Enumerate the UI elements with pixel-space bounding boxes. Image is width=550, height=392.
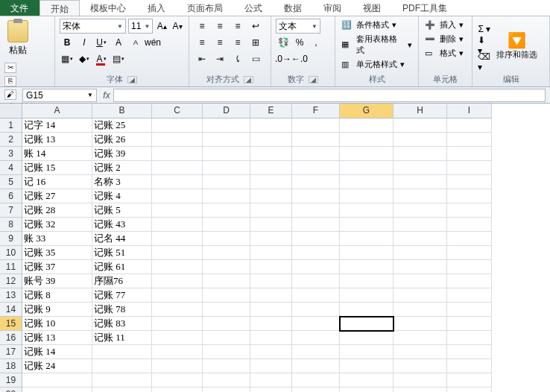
font-launcher[interactable]: ◢ [127,76,137,83]
cell[interactable] [250,345,292,359]
cell[interactable] [340,133,393,147]
cell[interactable] [340,232,393,246]
align-right-button[interactable]: ≡ [230,35,246,50]
cell[interactable]: 记账 15 [22,161,92,175]
cell[interactable] [152,161,203,175]
cell[interactable] [393,232,447,246]
cell[interactable] [447,274,492,288]
cell[interactable] [447,317,492,331]
cell[interactable] [203,232,250,246]
cell[interactable] [203,274,250,288]
cell[interactable] [447,232,492,246]
cell[interactable] [447,147,492,161]
increase-decimal-button[interactable]: .0→ [276,51,291,66]
cell[interactable] [203,288,250,303]
row-header[interactable]: 4 [0,161,22,175]
cell[interactable]: 名称 3 [92,175,152,189]
cell[interactable] [340,373,393,388]
row-header[interactable]: 9 [0,232,22,246]
format-cells-button[interactable]: ▭格式 ▾ [423,47,467,60]
tab-formulas[interactable]: 公式 [234,0,274,16]
cell[interactable]: 记账 32 [22,218,92,232]
fill-color-button[interactable]: ◆▾ [77,51,92,66]
cell[interactable] [250,373,292,388]
cell[interactable] [393,388,447,392]
cell[interactable] [92,388,152,392]
row-header[interactable]: 7 [0,203,22,218]
clear-button[interactable]: ⌫ ▾ [477,54,492,69]
cell[interactable] [203,303,250,317]
row-header[interactable]: 15 [0,317,22,331]
cell[interactable] [203,373,250,388]
autosum-button[interactable]: Σ ▾ [477,22,492,37]
cell[interactable] [203,189,250,203]
cell[interactable] [340,260,393,274]
cell[interactable] [152,246,203,260]
cell[interactable] [292,246,340,260]
cell[interactable] [250,246,292,260]
decrease-font-button[interactable]: A▾ [171,19,184,34]
cell[interactable] [292,260,340,274]
cell[interactable] [250,189,292,203]
cell-styles-button[interactable]: ▥单元格样式 ▾ [340,58,414,71]
cell[interactable] [393,359,447,373]
cell[interactable] [292,203,340,218]
cell[interactable] [250,161,292,175]
row-header[interactable]: 11 [0,260,22,274]
cell[interactable] [340,331,393,345]
cell[interactable] [292,388,340,392]
comma-button[interactable]: , [309,35,323,50]
cell[interactable] [152,359,203,373]
col-header-G[interactable]: G [340,104,393,118]
underline-button[interactable]: U▾ [94,35,109,50]
cell[interactable]: 账号 39 [22,274,92,288]
cell[interactable] [447,246,492,260]
cell[interactable] [447,189,492,203]
copy-icon[interactable]: ⎘ [4,76,16,86]
cell[interactable] [250,303,292,317]
row-header[interactable]: 5 [0,175,22,189]
cell[interactable] [292,359,340,373]
row-header[interactable]: 12 [0,274,22,288]
cell[interactable] [340,175,393,189]
increase-indent-button[interactable]: ⇥ [212,51,228,66]
row-header[interactable]: 2 [0,133,22,147]
cell[interactable] [292,232,340,246]
delete-cells-button[interactable]: ➖删除 ▾ [423,33,467,45]
sort-filter-button[interactable]: 🔽 排序和筛选 [496,31,537,60]
cell[interactable] [340,218,393,232]
row-header[interactable]: 16 [0,331,22,345]
cell[interactable] [447,288,492,303]
cell[interactable] [203,246,250,260]
cell[interactable]: 记账 13 [22,133,92,147]
row-header[interactable]: 19 [0,373,22,388]
cell[interactable] [203,345,250,359]
cell[interactable] [152,147,203,161]
wrap-text-button[interactable]: ↩ [247,19,264,34]
cell[interactable] [250,317,292,331]
orientation-button[interactable]: ⤹ [230,51,246,66]
cell[interactable] [393,175,447,189]
cell[interactable]: 记账 43 [92,218,152,232]
font-size-select[interactable]: 11▼ [128,19,153,34]
cell[interactable] [203,118,250,133]
cell[interactable] [393,288,447,303]
cell[interactable] [447,388,492,392]
cell[interactable] [152,288,203,303]
cell[interactable]: 记账 4 [92,189,152,203]
align-launcher[interactable]: ◢ [244,76,253,83]
col-header-D[interactable]: D [203,104,250,118]
cell[interactable] [447,260,492,274]
row-header[interactable]: 20 [0,388,22,392]
tab-template[interactable]: 模板中心 [80,0,137,16]
cell[interactable] [292,274,340,288]
cell[interactable] [292,147,340,161]
cell[interactable] [152,175,203,189]
align-center-button[interactable]: ≡ [212,35,228,50]
cell[interactable] [152,317,203,331]
cell[interactable]: 记账 13 [22,331,92,345]
tab-layout[interactable]: 页面布局 [177,0,234,16]
cell[interactable] [393,260,447,274]
cell[interactable] [340,147,393,161]
tab-home[interactable]: 开始 [39,0,80,16]
